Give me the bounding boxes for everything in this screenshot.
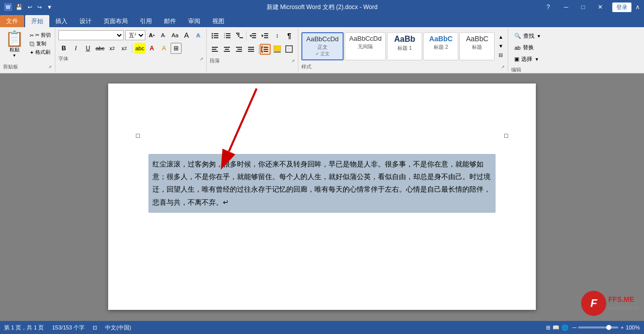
replace-btn[interactable]: ab 替换 [511, 43, 550, 52]
align-left-btn[interactable] [210, 44, 221, 55]
align-center-btn[interactable] [222, 44, 233, 55]
increase-indent-btn[interactable] [260, 30, 271, 41]
redo-qat-btn[interactable]: ↪ [36, 3, 43, 12]
help-btn[interactable]: ? [542, 4, 554, 11]
style-heading2[interactable]: AaBbC 标题 2 [423, 32, 458, 60]
text-effects-btn[interactable]: A [193, 30, 203, 40]
text-highlight-btn[interactable]: abc [134, 43, 145, 54]
italic-btn[interactable]: I [70, 43, 82, 54]
select-btn[interactable]: ▣ 选择 ▼ [511, 54, 550, 64]
strikethrough-btn[interactable]: abc [95, 43, 106, 54]
svg-line-38 [262, 46, 263, 47]
tab-file[interactable]: 文件 [0, 15, 24, 27]
decrease-indent-btn[interactable] [248, 30, 259, 41]
page-info: 第 1 页，共 1 页 [4, 324, 44, 331]
numbering-btn[interactable]: 1.2.3. [222, 30, 233, 41]
font-color-btn[interactable]: A [146, 43, 157, 54]
clipboard-content: 📋 粘贴 ▼ ✂ ✂ 剪切 ⿻ 复制 ✦ 格式刷 [2, 29, 53, 63]
align-right-btn[interactable] [234, 44, 245, 55]
clear-format-btn[interactable]: A [182, 30, 192, 40]
font-expand-icon[interactable]: ↗ [200, 57, 203, 61]
ribbon-collapse-btn[interactable]: ∧ [635, 4, 640, 11]
style-normal[interactable]: AaBbCcDd 正文 ✓ 正文 [301, 32, 344, 60]
show-marks-btn[interactable]: ¶ [284, 30, 295, 41]
sort-btn[interactable]: ↕ [272, 30, 283, 41]
tab-home[interactable]: 开始 [25, 15, 49, 27]
status-left: 第 1 页，共 1 页 153/153 个字 ⊡ 中文(中国) [4, 324, 131, 331]
tab-view[interactable]: 视图 [206, 15, 230, 27]
format-painter-label: 格式刷 [35, 49, 50, 56]
view-buttons: ⊞ 📖 🌐 [546, 324, 569, 331]
style-no-spacing[interactable]: AaBbCcDd 无间隔 [345, 32, 386, 60]
border-btn[interactable]: ⊞ [171, 43, 182, 54]
paste-button[interactable]: 📋 粘贴 ▼ [2, 29, 27, 60]
document-page: 红尘滚滚，过客匆匆，很多时候，你还来不及转身回眸，早已是物是人非。很多事，不是你… [108, 84, 536, 310]
zoom-out-btn[interactable]: ─ [573, 324, 577, 330]
tab-insert[interactable]: 插入 [49, 15, 73, 27]
shrink-font-btn[interactable]: A- [158, 30, 169, 40]
subscript-btn[interactable]: x2 [107, 43, 118, 54]
find-dropdown-icon[interactable]: ▼ [536, 34, 541, 39]
style-heading1[interactable]: AaBb 标题 1 [387, 32, 422, 60]
login-btn[interactable]: 登录 [612, 3, 631, 12]
web-layout-btn[interactable]: 🌐 [561, 324, 569, 331]
multilevel-btn[interactable] [234, 30, 245, 41]
font-size-select[interactable]: 五号 [125, 30, 145, 40]
paragraph-expand-icon[interactable]: ↗ [291, 59, 295, 63]
tab-mailings[interactable]: 邮件 [158, 15, 182, 27]
tab-review[interactable]: 审阅 [182, 15, 206, 27]
undo-qat-btn[interactable]: ↩ [26, 3, 34, 12]
svg-rect-34 [248, 49, 254, 50]
format-painter-button[interactable]: ✦ 格式刷 [28, 48, 53, 56]
clipboard-expand-icon[interactable]: ↗ [48, 65, 52, 69]
close-btn[interactable]: ✕ [592, 0, 608, 14]
justify-btn[interactable] [246, 44, 257, 55]
tab-references[interactable]: 引用 [134, 15, 158, 27]
copy-button[interactable]: ⿻ 复制 [28, 40, 53, 48]
shading-btn[interactable] [272, 44, 283, 55]
print-layout-btn[interactable]: ⊞ [546, 324, 550, 331]
svg-rect-41 [264, 47, 268, 48]
find-btn[interactable]: 🔍 查找 ▼ [511, 31, 550, 41]
save-qat-btn[interactable]: 💾 [14, 3, 24, 12]
style-h2-label: 标题 2 [428, 44, 454, 51]
styles-scroll: ▲ ▼ ⊟ [497, 33, 505, 59]
svg-rect-29 [224, 51, 230, 52]
tab-design[interactable]: 设计 [73, 15, 98, 27]
document-text: 红尘滚滚，过客匆匆，很多时候，你还来不及转身回眸，早已是物是人非。很多事，不是你… [152, 160, 491, 206]
maximize-btn[interactable]: □ [575, 0, 591, 14]
change-case-btn[interactable]: Aa [170, 30, 180, 40]
svg-rect-19 [252, 37, 256, 38]
svg-rect-7 [226, 33, 230, 34]
styles-expand[interactable]: ⊟ [497, 51, 505, 59]
document-text-block[interactable]: 红尘滚滚，过客匆匆，很多时候，你还来不及转身回眸，早已是物是人非。很多事，不是你… [148, 154, 496, 213]
shading-color-btn[interactable]: A [158, 43, 170, 54]
minimize-btn[interactable]: ─ [558, 0, 574, 14]
borders-btn[interactable] [284, 44, 295, 55]
grow-font-btn[interactable]: A+ [147, 30, 157, 40]
styles-scroll-up[interactable]: ▲ [497, 33, 505, 41]
styles-scroll-down[interactable]: ▼ [497, 42, 505, 50]
zoom-in-btn[interactable]: + [620, 324, 623, 330]
read-mode-btn[interactable]: 📖 [552, 324, 559, 331]
style-title[interactable]: AaBbC 标题 [459, 32, 495, 60]
svg-line-40 [262, 52, 263, 53]
watermark-line1: FFS.ME [608, 295, 639, 305]
styles-content: AaBbCcDd 正文 ✓ 正文 AaBbCcDd 无间隔 AaBb 标题 1 … [300, 29, 506, 63]
bold-btn[interactable]: B [58, 43, 69, 54]
font-name-select[interactable] [58, 30, 124, 40]
styles-expand-icon[interactable]: ↗ [501, 65, 505, 69]
tab-layout[interactable]: 页面布局 [98, 15, 134, 27]
customize-qat-btn[interactable]: ▼ [45, 3, 54, 11]
bullets-btn[interactable] [210, 30, 221, 41]
select-dropdown-icon[interactable]: ▼ [534, 57, 539, 62]
cut-button[interactable]: ✂ ✂ 剪切 [28, 31, 53, 39]
paste-dropdown-icon[interactable]: ▼ [13, 53, 17, 58]
svg-rect-22 [264, 35, 268, 36]
underline-btn[interactable]: U [83, 43, 94, 54]
svg-rect-44 [274, 46, 281, 51]
line-spacing-btn[interactable] [260, 44, 271, 55]
zoom-slider[interactable] [578, 326, 618, 328]
superscript-btn[interactable]: x2 [119, 43, 130, 54]
svg-rect-33 [248, 47, 254, 48]
